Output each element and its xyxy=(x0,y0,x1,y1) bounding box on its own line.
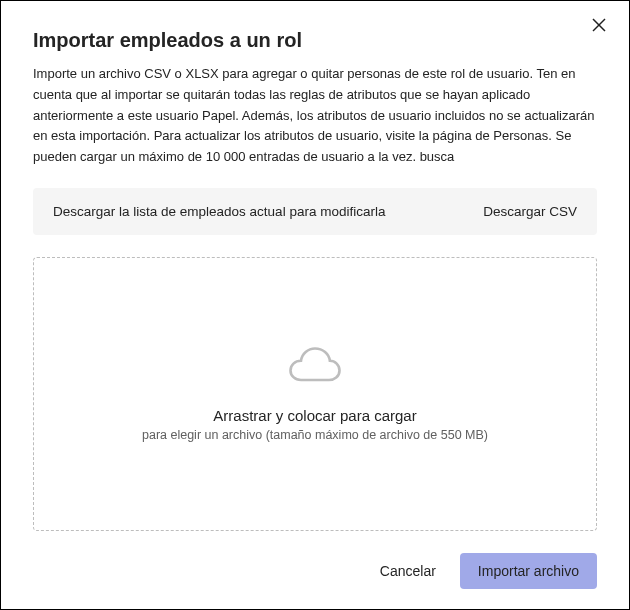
dropzone-title: Arrastrar y colocar para cargar xyxy=(213,407,416,424)
close-button[interactable] xyxy=(587,15,611,39)
download-label: Descargar la lista de empleados actual p… xyxy=(53,204,385,219)
dropzone-subtitle: para elegir un archivo (tamaño máximo de… xyxy=(142,428,488,442)
dialog-footer: Cancelar Importar archivo xyxy=(33,553,597,589)
download-bar: Descargar la lista de empleados actual p… xyxy=(33,188,597,235)
file-dropzone[interactable]: Arrastrar y colocar para cargar para ele… xyxy=(33,257,597,531)
cancel-button[interactable]: Cancelar xyxy=(374,555,442,587)
cloud-upload-icon xyxy=(287,345,343,391)
import-file-button[interactable]: Importar archivo xyxy=(460,553,597,589)
download-csv-button[interactable]: Descargar CSV xyxy=(483,204,577,219)
dialog-description: Importe un archivo CSV o XLSX para agreg… xyxy=(33,64,597,168)
close-icon xyxy=(591,17,607,38)
dialog-title: Importar empleados a un rol xyxy=(33,29,597,52)
import-employees-dialog: Importar empleados a un rol Importe un a… xyxy=(0,0,630,610)
